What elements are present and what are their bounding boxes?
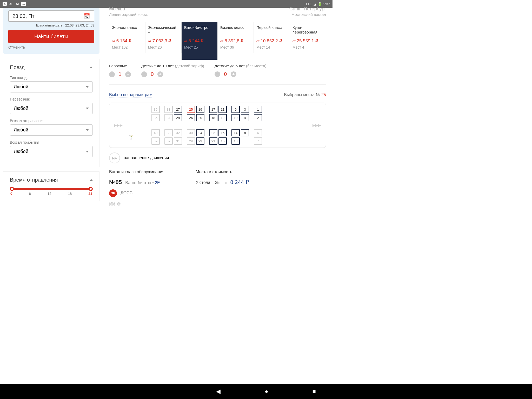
- plus-button[interactable]: +: [157, 71, 163, 77]
- seat-3[interactable]: 3: [241, 106, 249, 113]
- seat-1[interactable]: 1: [254, 106, 262, 113]
- class-tab[interactable]: Вагон-бистроот 8 244 ₽Мест 25: [182, 22, 218, 60]
- seat-11[interactable]: 11: [218, 106, 227, 113]
- seat-21[interactable]: 21: [209, 137, 217, 145]
- from-station: Ленинградский вокзал: [109, 12, 150, 17]
- seat-31: 31: [174, 137, 182, 145]
- cancel-link[interactable]: Отменить: [8, 45, 25, 49]
- seat-33: 33: [164, 106, 173, 113]
- class-tab[interactable]: Купе-переговорнаяот 25 559,1 ₽Мест 4: [290, 22, 326, 53]
- bistro-icon: 🍸: [113, 129, 149, 145]
- plus-button[interactable]: +: [231, 71, 236, 77]
- from-city: Москва: [109, 6, 150, 12]
- seat-4[interactable]: 4: [241, 114, 249, 121]
- seat-13[interactable]: 13: [231, 137, 240, 145]
- params-link[interactable]: Выбор по параметрам: [109, 92, 152, 97]
- date-input[interactable]: 23.03, Пт 📅: [8, 10, 94, 22]
- minus-button[interactable]: −: [215, 71, 220, 77]
- slider-handle-low[interactable]: [10, 187, 14, 191]
- filter-time-toggle[interactable]: Время отправления: [10, 177, 93, 183]
- class-code-link[interactable]: 2Е: [155, 181, 160, 185]
- class-tabs: Эконом классот 6 134 ₽Мест 102Экономичес…: [109, 22, 326, 53]
- seat-35: 35: [151, 106, 160, 113]
- train-type-select[interactable]: Любой: [10, 81, 93, 92]
- plus-button[interactable]: +: [125, 71, 131, 77]
- app-icon-a: A: [3, 2, 7, 6]
- date-link[interactable]: 23.03: [76, 23, 84, 27]
- seat-12[interactable]: 12: [218, 114, 227, 121]
- class-tab[interactable]: Эконом классот 6 134 ₽Мест 102: [109, 22, 145, 53]
- seat-map: 35363327342825192620171118129310412 ▶▶▶▶…: [109, 103, 326, 148]
- seat-39: 39: [151, 137, 160, 145]
- filters-sidebar: 23.03, Пт 📅 Ближайшие даты: 22.03, 23.03…: [0, 8, 103, 231]
- seat-7: 7: [254, 137, 262, 145]
- clock: 2:37: [323, 2, 330, 6]
- seat-40: 40: [151, 129, 160, 136]
- date-link[interactable]: 24.03: [86, 23, 94, 27]
- seat-18[interactable]: 18: [209, 114, 217, 121]
- time-slider[interactable]: [11, 188, 91, 190]
- seat-16[interactable]: 16: [218, 129, 227, 136]
- seat-22[interactable]: 22: [209, 129, 217, 136]
- signal-icon: ◢: [314, 2, 316, 6]
- battery-icon: 🔋: [318, 2, 322, 6]
- class-tab[interactable]: Бизнес классот 8 352,8 ₽Мест 36: [218, 22, 254, 53]
- calendar-icon: 📅: [84, 13, 90, 19]
- class-tab[interactable]: Первый классот 10 852,2 ₽Мест 14: [254, 22, 290, 53]
- seat-26[interactable]: 26: [187, 114, 195, 121]
- direction-arrows-icon: ▶▶▶: [309, 122, 324, 128]
- to-city: Санкт-Петербург: [289, 6, 326, 12]
- arr-station-select[interactable]: Любой: [10, 146, 93, 157]
- slider-handle-high[interactable]: [89, 187, 93, 191]
- seat-9[interactable]: 9: [231, 106, 240, 113]
- direction-arrows-icon: ▶▶▶: [111, 122, 126, 128]
- seat-29: 29: [187, 137, 195, 145]
- spacer: [113, 105, 149, 122]
- seat-19[interactable]: 19: [196, 106, 204, 113]
- seat-28[interactable]: 28: [174, 114, 182, 121]
- child5-stepper[interactable]: − 0 +: [215, 71, 267, 77]
- app-icon-ai: AI: [8, 2, 13, 6]
- seat-15[interactable]: 15: [218, 137, 227, 145]
- er-badge: ЭР: [109, 189, 117, 197]
- date-link[interactable]: 22.03: [65, 23, 74, 27]
- carrier-select[interactable]: Любой: [10, 103, 93, 114]
- seat-30: 30: [187, 129, 195, 136]
- class-tab[interactable]: Экономический +от 7 033,3 ₽Мест 20: [145, 22, 182, 53]
- seat-20[interactable]: 20: [196, 114, 204, 121]
- seat-27[interactable]: 27: [174, 106, 182, 113]
- seat-17[interactable]: 17: [209, 106, 217, 113]
- search-button[interactable]: Найти билеты: [8, 30, 94, 43]
- seat-34: 34: [164, 114, 173, 121]
- seat-2[interactable]: 2: [254, 114, 262, 121]
- nearest-dates: Ближайшие даты: 22.03, 23.03, 24.03: [8, 23, 94, 27]
- seat-37: 37: [164, 137, 173, 145]
- minus-button[interactable]: −: [109, 71, 115, 77]
- chevron-up-icon: [90, 66, 93, 68]
- chevron-down-icon: [86, 151, 89, 152]
- chevron-up-icon: [90, 179, 93, 181]
- filter-train-toggle[interactable]: Поезд: [10, 64, 93, 70]
- adult-stepper[interactable]: − 1 +: [109, 71, 131, 77]
- seat-24[interactable]: 24: [196, 129, 204, 136]
- seat-25[interactable]: 25: [187, 106, 195, 113]
- seat-23[interactable]: 23: [196, 137, 204, 145]
- lte-indicator: LTE: [306, 2, 312, 6]
- child10-stepper[interactable]: − 0 +: [141, 71, 204, 77]
- main-content: Москва Ленинградский вокзал Санкт-Петерб…: [103, 8, 332, 231]
- app-icon: ▭: [21, 2, 26, 6]
- seat-38: 38: [164, 129, 173, 136]
- chevron-down-icon: [86, 108, 89, 109]
- app-icon-ai: AI: [15, 2, 20, 6]
- chevron-down-icon: [86, 86, 89, 88]
- seat-32: 32: [174, 129, 182, 136]
- seat-6: 6: [254, 129, 262, 136]
- minus-button[interactable]: −: [141, 71, 147, 77]
- seat-10[interactable]: 10: [231, 114, 240, 121]
- dep-station-select[interactable]: Любой: [10, 124, 93, 136]
- chevron-down-icon: [86, 129, 89, 131]
- direction-icon: ▶▶: [109, 152, 120, 163]
- seat-14[interactable]: 14: [231, 129, 240, 136]
- seat-8[interactable]: 8: [241, 129, 249, 136]
- to-station: Московский вокзал: [289, 12, 326, 17]
